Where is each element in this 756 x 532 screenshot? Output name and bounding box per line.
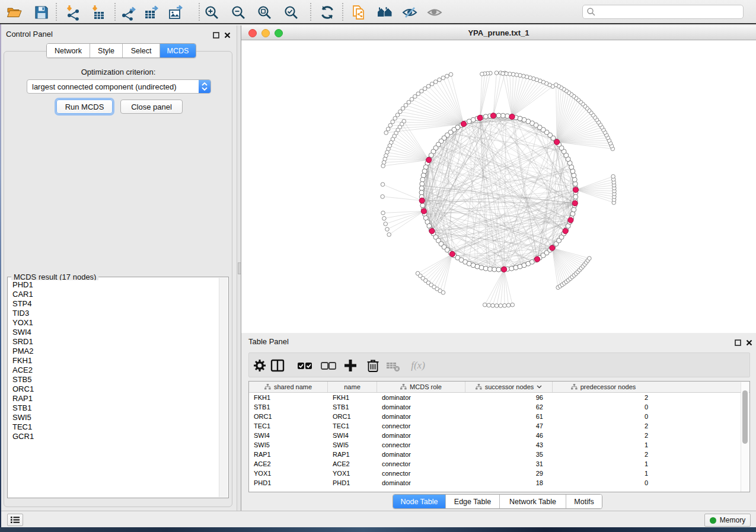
table-row[interactable]: ORC1ORC1dominator610 — [249, 412, 749, 421]
mcds-result-item[interactable]: SRD1 — [8, 337, 219, 347]
mcds-node[interactable] — [573, 187, 578, 193]
mcds-node[interactable] — [509, 114, 515, 119]
mcds-node[interactable] — [449, 251, 455, 257]
search-box[interactable] — [582, 5, 744, 19]
table-row[interactable]: YOX1YOX1connector291 — [249, 469, 749, 478]
mcds-result-item[interactable]: SWI5 — [8, 413, 219, 422]
tab-network[interactable]: Network — [47, 44, 90, 57]
function-builder-button-disabled[interactable]: f(x) — [408, 357, 428, 374]
mcds-result-item[interactable]: SWI4 — [8, 328, 219, 337]
network-canvas[interactable] — [241, 40, 756, 333]
leaf-node[interactable] — [495, 304, 499, 308]
ring-node[interactable] — [420, 181, 425, 186]
mcds-node[interactable] — [429, 228, 435, 233]
leaf-node[interactable] — [423, 86, 427, 91]
mcds-result-item[interactable]: STP4 — [8, 299, 219, 309]
mcds-result-item[interactable]: STB1 — [8, 403, 219, 413]
ring-node[interactable] — [509, 266, 514, 271]
table-row[interactable]: FKH1FKH1dominator962 — [249, 393, 749, 402]
mcds-node[interactable] — [461, 121, 466, 127]
ring-node[interactable] — [420, 203, 425, 208]
column-header-successor-nodes[interactable]: successor nodes — [465, 382, 553, 392]
mcds-result-item[interactable]: PMA2 — [8, 347, 219, 356]
leaf-node[interactable] — [381, 195, 385, 199]
leaf-node[interactable] — [398, 110, 403, 114]
control-panel-close-button[interactable] — [224, 30, 231, 41]
zoom-fit-button[interactable] — [256, 4, 273, 21]
table-row[interactable]: SWI5SWI5connector431 — [249, 440, 749, 450]
leaf-node[interactable] — [430, 82, 434, 86]
deselect-all-rows-button[interactable] — [320, 357, 337, 374]
mcds-node[interactable] — [477, 115, 483, 120]
mcds-node[interactable] — [550, 245, 555, 251]
export-network-button[interactable] — [120, 4, 136, 21]
hide-selected-button[interactable] — [401, 4, 418, 21]
leaf-node[interactable] — [503, 303, 507, 307]
column-header-MCDS-role[interactable]: MCDS role — [377, 382, 465, 392]
mcds-result-item[interactable]: RAP1 — [8, 394, 219, 403]
leaf-node[interactable] — [441, 76, 445, 80]
save-session-button[interactable] — [33, 4, 50, 21]
leaf-node[interactable] — [384, 222, 388, 226]
leaf-node[interactable] — [381, 164, 385, 168]
tab-network-table[interactable]: Network Table — [500, 495, 566, 508]
table-row[interactable]: TEC1TEC1connector472 — [249, 421, 749, 431]
leaf-node[interactable] — [501, 72, 505, 76]
mcds-node[interactable] — [568, 217, 573, 223]
tab-edge-table[interactable]: Edge Table — [446, 495, 500, 508]
leaf-node[interactable] — [401, 107, 405, 111]
leaf-node[interactable] — [441, 291, 445, 295]
leaf-node[interactable] — [480, 72, 484, 76]
import-network-button[interactable] — [65, 4, 81, 21]
ring-node[interactable] — [479, 265, 484, 270]
import-table-button[interactable] — [90, 4, 107, 21]
panel-menu-button[interactable] — [7, 514, 23, 526]
open-file-button[interactable] — [6, 4, 23, 21]
leaf-node[interactable] — [611, 175, 615, 179]
mcds-node[interactable] — [419, 198, 425, 203]
control-panel-float-button[interactable] — [213, 30, 219, 41]
ring-node[interactable] — [573, 194, 578, 199]
leaf-node[interactable] — [395, 113, 400, 117]
table-scrollbar[interactable] — [741, 382, 749, 492]
memory-button[interactable]: Memory — [704, 514, 751, 527]
leaf-node[interactable] — [433, 80, 438, 84]
leaf-node[interactable] — [499, 304, 503, 308]
export-image-button[interactable] — [167, 4, 184, 21]
tab-mcds[interactable]: MCDS — [160, 44, 196, 57]
mcds-result-item[interactable]: TEC1 — [8, 422, 219, 432]
mcds-result-item[interactable]: PHD1 — [8, 280, 219, 290]
delete-table-button-disabled[interactable] — [385, 357, 401, 374]
mcds-list-scrollbar[interactable] — [219, 278, 228, 497]
leaf-node[interactable] — [404, 103, 408, 107]
leaf-node[interactable] — [483, 303, 487, 307]
table-panel-float-button[interactable] — [735, 338, 741, 348]
tab-select[interactable]: Select — [123, 44, 160, 57]
refresh-button[interactable] — [319, 4, 336, 21]
column-visibility-button[interactable] — [269, 357, 286, 374]
delete-column-button[interactable] — [365, 357, 381, 374]
ring-node[interactable] — [505, 114, 510, 118]
mcds-result-item[interactable]: FKH1 — [8, 356, 219, 366]
tab-node-table[interactable]: Node Table — [393, 495, 446, 508]
tab-style[interactable]: Style — [90, 44, 123, 57]
leaf-node[interactable] — [382, 216, 387, 220]
leaf-node[interactable] — [416, 92, 420, 96]
ring-node[interactable] — [487, 267, 492, 271]
column-header-predecessor-nodes[interactable]: predecessor nodes — [553, 382, 654, 392]
close-panel-button[interactable]: Close panel — [120, 100, 183, 114]
first-neighbors-button[interactable] — [377, 4, 393, 21]
ring-node[interactable] — [573, 181, 578, 186]
ring-node[interactable] — [572, 207, 576, 212]
ring-node[interactable] — [421, 173, 426, 178]
table-panel-close-button[interactable] — [746, 338, 752, 348]
mcds-result-item[interactable]: ACE2 — [8, 366, 219, 375]
search-input[interactable] — [598, 7, 743, 17]
mcds-node[interactable] — [554, 139, 560, 145]
leaf-node[interactable] — [385, 227, 390, 232]
run-mcds-button[interactable]: Run MCDS — [56, 100, 113, 114]
leaf-node[interactable] — [388, 123, 393, 127]
criterion-select[interactable]: largest connected component (undirected) — [27, 79, 211, 94]
tab-motifs[interactable]: Motifs — [566, 495, 602, 508]
leaf-node[interactable] — [410, 97, 414, 101]
